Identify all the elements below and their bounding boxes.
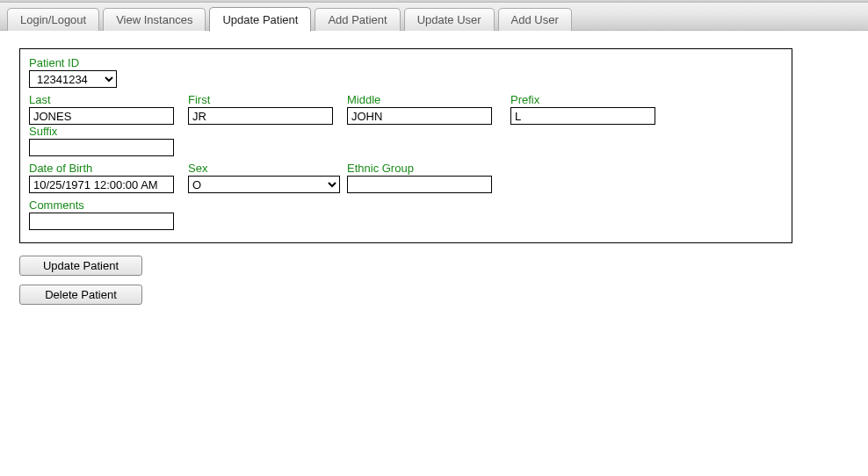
sex-label: Sex <box>188 162 340 175</box>
prefix-label: Prefix <box>510 93 667 106</box>
first-label: First <box>188 93 340 106</box>
tab-strip: Login/Logout View Instances Update Patie… <box>0 3 868 31</box>
middle-label: Middle <box>347 93 503 106</box>
sex-select[interactable]: O <box>188 176 340 193</box>
dob-label: Date of Birth <box>29 162 181 175</box>
prefix-input[interactable] <box>510 107 655 125</box>
ethnic-group-label: Ethnic Group <box>347 162 503 175</box>
comments-input[interactable] <box>29 213 174 230</box>
middle-input[interactable] <box>347 107 492 125</box>
ethnic-group-input[interactable] <box>347 176 492 193</box>
tab-update-user[interactable]: Update User <box>404 8 495 31</box>
suffix-input[interactable] <box>29 139 174 156</box>
last-label: Last <box>29 93 181 106</box>
suffix-label: Suffix <box>29 125 174 138</box>
dob-input[interactable] <box>29 176 174 193</box>
update-patient-button[interactable]: Update Patient <box>19 256 142 276</box>
patient-id-label: Patient ID <box>29 56 117 69</box>
comments-label: Comments <box>29 198 174 212</box>
tab-view-instances[interactable]: View Instances <box>103 8 206 31</box>
delete-patient-button[interactable]: Delete Patient <box>19 285 142 305</box>
tab-add-patient[interactable]: Add Patient <box>315 8 400 31</box>
first-input[interactable] <box>188 107 333 125</box>
patient-id-select[interactable]: 12341234 <box>29 70 117 88</box>
patient-form-panel: Patient ID 12341234 Last First Middle Pr… <box>19 48 792 243</box>
last-input[interactable] <box>29 107 174 125</box>
tab-update-patient[interactable]: Update Patient <box>209 7 311 32</box>
content-area: Patient ID 12341234 Last First Middle Pr… <box>0 31 868 322</box>
tab-add-user[interactable]: Add User <box>498 8 572 31</box>
tab-login-logout[interactable]: Login/Logout <box>7 8 99 31</box>
